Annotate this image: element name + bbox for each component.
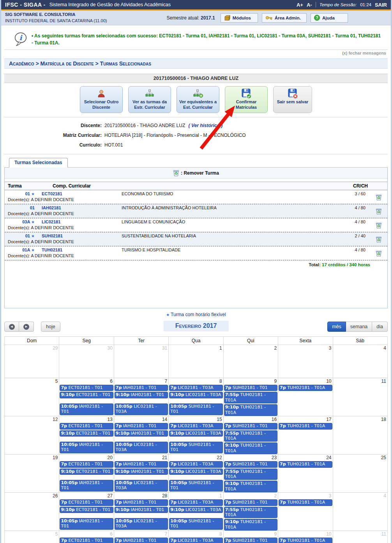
calendar-day-cell[interactable]: 19 — [5, 455, 59, 493]
calendar-event[interactable]: 7p SUH02181 - T01 — [224, 385, 277, 391]
calendar-day-cell[interactable]: 107p TUH02181 - T01A — [278, 531, 333, 543]
calendar-day-cell[interactable]: 37p TUH02181 - T01A — [278, 493, 333, 531]
calendar-event[interactable]: 9:10p TUH02181 -T01A — [224, 481, 277, 492]
calendar-day-cell[interactable]: 87p LIC02181 - T03A9:10p LIC02181 - T03A… — [169, 531, 223, 543]
calendar-event[interactable]: 9:10p TUH02181 -T01A — [224, 519, 277, 531]
calendar-event[interactable]: 10:05p SUH02181 -T01 — [169, 403, 222, 415]
calendar-event[interactable]: 9:10p LIC02181 - T03A — [169, 392, 222, 398]
calendar-event[interactable]: 7:55p TUH02181 -T01A — [224, 430, 277, 442]
course-code-link[interactable]: TUH02181 — [42, 248, 85, 252]
calendar-event[interactable]: 7p LIC02181 - T03A — [169, 538, 222, 543]
calendar-next-button[interactable]: ▶ — [19, 322, 34, 332]
calendar-day-cell[interactable]: 1 — [169, 345, 223, 378]
calendar-day-cell[interactable]: 247p TUH02181 - T01A — [278, 455, 333, 493]
calendar-day-cell[interactable]: 17p LIC02181 - T03A9:10p LIC02181 - T03A… — [169, 493, 223, 531]
calendar-day-cell[interactable]: 27p SUH02181 - T017:55p TUH02181 -T01A9:… — [223, 493, 278, 531]
calendar-event[interactable]: 10:05p LIC02181 -T03A — [115, 480, 168, 492]
calendar-event[interactable]: 10:05p SUH02181 -T01 — [169, 442, 222, 453]
calendar-event[interactable]: 9:10p TUH02181 -T01A — [224, 404, 277, 416]
calendar-day-cell[interactable]: 107p TUH02181 - T01A — [278, 378, 333, 416]
calendar-day-cell[interactable]: 147p IAH02181 - T019:10p IAH02181 - T011… — [114, 416, 168, 455]
select-other-student-button[interactable]: Selecionar Outro Discente — [80, 86, 123, 113]
calendar-event[interactable]: 7p LIC02181 - T03A — [169, 423, 222, 429]
view-curriculum-classes-button[interactable]: Ver as turmas da Estr. Curricular — [128, 86, 171, 113]
calendar-event[interactable]: 7p ECT02181 - T01 — [60, 499, 113, 506]
modules-button[interactable]: Módulos — [221, 13, 258, 23]
calendar-event[interactable]: 7p LIC02181 - T03A — [169, 461, 222, 467]
calendar-event[interactable]: 7:55p TUH02181 -T01A — [224, 507, 277, 518]
calendar-day-cell[interactable]: 87p LIC02181 - T03A9:10p LIC02181 - T03A… — [169, 378, 223, 416]
calendar-event[interactable]: 7p ECT02181 - T01 — [60, 385, 113, 391]
calendar-view-month-button[interactable]: mês — [327, 322, 346, 332]
calendar-day-cell[interactable]: 227p LIC02181 - T03A9:10p LIC02181 - T03… — [169, 455, 223, 493]
exit-without-saving-button[interactable]: Sair sem salvar — [273, 86, 312, 113]
calendar-day-cell[interactable]: 237p SUH02181 - T017:55p TUH02181 -T01A9… — [223, 455, 278, 493]
calendar-event[interactable]: 7p IAH02181 - T01 — [115, 385, 168, 391]
calendar-day-cell[interactable]: 26 — [5, 493, 59, 531]
calendar-event[interactable]: 7p SUH02181 - T01 — [224, 499, 277, 506]
font-decrease-button[interactable]: A- — [307, 2, 312, 8]
remove-turma-icon[interactable]: ♻ — [376, 250, 382, 256]
calendar-day-cell[interactable]: 77p IAH02181 - T019:10p IAH02181 - T0110… — [114, 531, 168, 543]
course-code-link[interactable]: LIC02181 — [42, 219, 85, 224]
tab-turmas-selecionadas[interactable]: Turmas Selecionadas — [9, 158, 68, 168]
remove-turma-icon[interactable]: ♻ — [376, 194, 382, 200]
calendar-view-day-button[interactable]: dia — [372, 322, 388, 332]
calendar-event[interactable]: 9:10p ECT02181 - T01 — [60, 469, 113, 475]
calendar-day-cell[interactable]: 3 — [278, 345, 333, 378]
calendar-day-cell[interactable]: 207p ECT02181 - T019:10p ECT02181 - T011… — [59, 455, 114, 493]
calendar-event[interactable]: 10:05p LIC02181 -T03A — [115, 442, 168, 453]
calendar-event[interactable]: 10:05p LIC02181 -T03A — [115, 403, 168, 415]
calendar-event[interactable]: 10:05p IAH02181 - T01 — [60, 403, 113, 415]
calendar-event[interactable]: 7p SUH02181 - T01 — [224, 423, 277, 429]
calendar-event[interactable]: 7p ECT02181 - T01 — [60, 538, 113, 543]
view-history-link[interactable]: ( Ver histórico ) — [189, 123, 223, 128]
calendar-day-cell[interactable]: 167p SUH02181 - T017:55p TUH02181 -T01A9… — [223, 416, 278, 455]
close-messages-link[interactable]: (x) fechar mensagens — [4, 50, 388, 57]
calendar-prev-button[interactable]: ◀ — [4, 322, 19, 332]
calendar-event[interactable]: 7p LIC02181 - T03A — [169, 385, 222, 391]
calendar-day-cell[interactable]: 30 — [59, 345, 114, 378]
calendar-day-cell[interactable]: 5 — [5, 378, 59, 416]
calendar-view-week-button[interactable]: semana — [346, 322, 372, 332]
calendar-day-cell[interactable]: 18 — [333, 416, 387, 455]
calendar-event[interactable]: 9:10p LIC02181 - T03A — [169, 507, 222, 513]
calendar-event[interactable]: 7p ECT02181 - T01 — [60, 461, 113, 467]
calendar-day-cell[interactable]: 97p SUH02181 - T017:55p TUH02181 -T01A9:… — [223, 531, 278, 543]
calendar-day-cell[interactable]: 67p ECT02181 - T019:10p ECT02181 - T0110… — [59, 531, 114, 543]
confirm-enrollment-button[interactable]: Confirmar Matrículas — [225, 86, 268, 113]
calendar-event[interactable]: 7p IAH02181 - T01 — [115, 423, 168, 429]
course-code-link[interactable]: IAH02181 — [42, 205, 85, 210]
calendar-event[interactable]: 9:10p IAH02181 - T01 — [115, 430, 168, 437]
calendar-event[interactable]: 10:05p SUH02181 -T01 — [169, 518, 222, 530]
remove-turma-icon[interactable]: ♻ — [376, 222, 382, 228]
calendar-day-cell[interactable]: 4 — [333, 493, 387, 531]
calendar-event[interactable]: 7p SUH02181 - T01 — [224, 538, 277, 543]
calendar-day-cell[interactable]: 77p IAH02181 - T019:10p IAH02181 - T0110… — [114, 378, 168, 416]
calendar-day-cell[interactable]: 97p SUH02181 - T017:55p TUH02181 -T01A9:… — [223, 378, 278, 416]
calendar-event[interactable]: 9:10p IAH02181 - T01 — [115, 392, 168, 398]
calendar-event[interactable]: 10:05p LIC02181 -T03A — [115, 518, 168, 530]
calendar-event[interactable]: 7p IAH02181 - T01 — [115, 499, 168, 506]
calendar-day-cell[interactable]: 11 — [333, 378, 387, 416]
calendar-event[interactable]: 9:10p ECT02181 - T01 — [60, 507, 113, 513]
view-equivalents-button[interactable]: Ver equivalentes a Est. Curricular — [177, 86, 219, 113]
calendar-event[interactable]: 9:10p IAH02181 - T01 — [115, 507, 168, 513]
calendar-event[interactable]: 7p TUH02181 - T01A — [279, 499, 332, 506]
help-button[interactable]: ? Ajuda — [311, 13, 348, 23]
admin-area-button[interactable]: Área Admin. — [262, 13, 307, 23]
calendar-event[interactable]: 7p IAH02181 - T01 — [115, 461, 168, 467]
calendar-event[interactable]: 10:05p SUH02181 -T01 — [169, 480, 222, 492]
calendar-day-cell[interactable]: 12 — [5, 416, 59, 455]
calendar-day-cell[interactable]: 4 — [333, 345, 387, 378]
calendar-event[interactable]: 10:05p IAH02181 - T01 — [60, 480, 113, 492]
calendar-event[interactable]: 9:10p ECT02181 - T01 — [60, 392, 113, 398]
calendar-event[interactable]: 7p LIC02181 - T03A — [169, 499, 222, 506]
calendar-day-cell[interactable]: 287p IAH02181 - T019:10p IAH02181 - T011… — [114, 493, 168, 531]
calendar-event[interactable]: 7p ECT02181 - T01 — [60, 423, 113, 429]
calendar-event[interactable]: 7p IAH02181 - T01 — [115, 538, 168, 543]
calendar-event[interactable]: 9:10p IAH02181 - T01 — [115, 469, 168, 475]
font-increase-button[interactable]: A+ — [297, 2, 303, 8]
calendar-event[interactable]: 9:10p LIC02181 - T03A — [169, 430, 222, 437]
calendar-today-button[interactable]: hoje — [41, 322, 60, 332]
